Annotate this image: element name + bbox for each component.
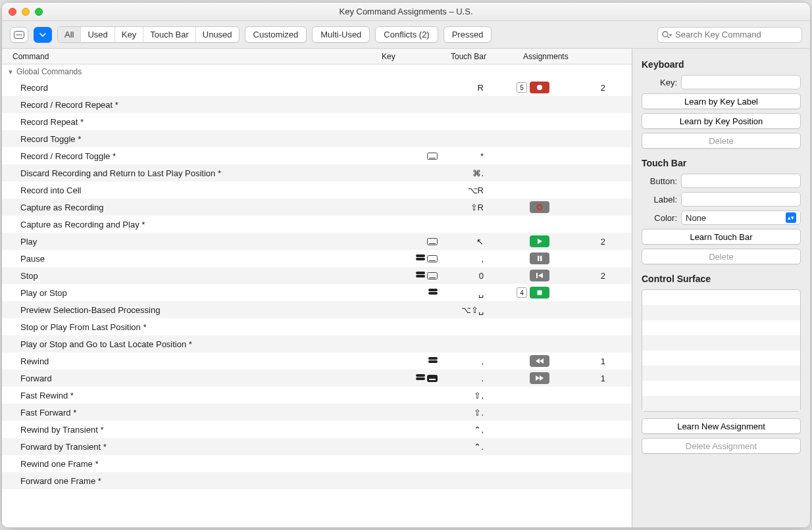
- table-row[interactable]: Capture as Recording and Play *: [2, 216, 632, 233]
- command-name: Record Repeat *: [20, 117, 381, 127]
- table-row[interactable]: Preview Selection-Based Processing⌥⇧␣: [2, 301, 632, 318]
- command-name: Play: [20, 237, 381, 247]
- group-header[interactable]: ▼ Global Commands: [2, 64, 632, 79]
- table-row[interactable]: Forward by Transient *⌃.: [2, 438, 632, 455]
- key-modifier-icons: [381, 254, 443, 262]
- table-row[interactable]: Stop02: [2, 267, 632, 284]
- table-row[interactable]: Pause,: [2, 250, 632, 267]
- disclosure-triangle-icon[interactable]: ▼: [7, 68, 14, 76]
- table-row[interactable]: Stop or Play From Last Position *: [2, 318, 632, 335]
- customized-button[interactable]: Customized: [245, 26, 307, 43]
- table-row[interactable]: Capture as Recording⇧R: [2, 199, 632, 216]
- key-shortcut: ␣: [443, 288, 489, 298]
- button-field-label: Button:: [642, 176, 677, 186]
- command-name: Forward: [20, 373, 381, 383]
- touchbar-label-input[interactable]: [681, 192, 801, 206]
- key-shortcut: ⇧R: [443, 203, 489, 212]
- delete-assignment-button[interactable]: Delete Assignment: [642, 438, 801, 454]
- table-row[interactable]: Record Toggle *: [2, 130, 632, 147]
- touch-bar-rewind-icon: [530, 355, 549, 367]
- key-modifier-icons: [381, 357, 443, 365]
- table-row[interactable]: Play↖2: [2, 233, 632, 250]
- table-row[interactable]: Forward one Frame *: [2, 472, 632, 489]
- command-list[interactable]: ▼ Global Commands RecordR52Record / Reco…: [2, 64, 632, 527]
- command-name: Capture as Recording: [20, 203, 381, 212]
- svg-rect-10: [536, 273, 538, 278]
- touch-bar-cell: [489, 355, 561, 367]
- key-shortcut: *: [443, 151, 489, 161]
- options-menu-button[interactable]: [10, 27, 28, 43]
- table-row[interactable]: Record / Record Toggle **: [2, 147, 632, 164]
- command-name: Preview Selection-Based Processing: [20, 305, 381, 315]
- learn-by-key-label-button[interactable]: Learn by Key Label: [642, 93, 801, 109]
- control-surface-section-title: Control Surface: [642, 274, 801, 284]
- touch-bar-slot-badge: 4: [517, 287, 527, 298]
- conflicts-button[interactable]: Conflicts (2): [375, 26, 438, 43]
- table-row[interactable]: Discard Recording and Return to Last Pla…: [2, 164, 632, 181]
- touch-bar-rec-icon: [530, 82, 549, 93]
- command-name: Forward by Transient *: [20, 442, 381, 452]
- window-title: Key Command Assignments – U.S.: [2, 7, 810, 16]
- select-stepper-icon: ▴▾: [786, 212, 796, 223]
- touch-bar-cell: [489, 201, 561, 213]
- toolbar: All Used Key Touch Bar Unused Customized…: [2, 21, 810, 49]
- key-shortcut: ⇧,: [443, 391, 489, 400]
- header-command[interactable]: Command: [10, 52, 382, 61]
- keyboard-delete-button[interactable]: Delete: [642, 133, 801, 149]
- filter-unused[interactable]: Unused: [196, 27, 239, 42]
- svg-point-2: [18, 34, 20, 36]
- window-zoom-button[interactable]: [35, 8, 43, 16]
- ellipsis-icon: [14, 31, 24, 39]
- touch-bar-stop-prev-icon: [530, 270, 549, 281]
- touchbar-color-value: None: [686, 213, 706, 223]
- learn-new-assignment-button[interactable]: Learn New Assignment: [642, 418, 801, 434]
- key-shortcut: ,: [443, 356, 489, 366]
- touch-bar-cell: 5: [489, 82, 561, 93]
- color-field-label: Color:: [642, 213, 677, 223]
- search-input[interactable]: [657, 27, 802, 43]
- learn-touch-bar-button[interactable]: Learn Touch Bar: [642, 229, 801, 245]
- touchbar-button-input[interactable]: [681, 174, 801, 188]
- table-row[interactable]: Rewind by Transient *⌃,: [2, 421, 632, 438]
- command-name: Fast Rewind *: [20, 391, 381, 400]
- filter-key[interactable]: Key: [115, 27, 143, 42]
- filter-used[interactable]: Used: [81, 27, 114, 42]
- search-field[interactable]: ▾: [657, 27, 802, 43]
- table-row[interactable]: RecordR52: [2, 79, 632, 96]
- table-row[interactable]: Play or Stop␣4: [2, 284, 632, 301]
- key-input[interactable]: [681, 75, 801, 89]
- table-row[interactable]: Record Repeat *: [2, 113, 632, 130]
- header-touch-bar[interactable]: Touch Bar: [451, 52, 523, 61]
- filter-all[interactable]: All: [58, 27, 81, 42]
- table-row[interactable]: Fast Rewind *⇧,: [2, 387, 632, 404]
- window-minimize-button[interactable]: [22, 8, 30, 16]
- touchbar-delete-button[interactable]: Delete: [642, 249, 801, 264]
- table-row[interactable]: Record into Cell⌥R: [2, 181, 632, 199]
- table-row[interactable]: Play or Stop and Go to Last Locate Posit…: [2, 335, 632, 352]
- filter-touch-bar[interactable]: Touch Bar: [143, 27, 196, 42]
- table-header: Command Key Touch Bar Assignments: [2, 49, 632, 64]
- touch-bar-rec-ring-icon: [530, 201, 549, 213]
- touchbar-color-select[interactable]: None ▴▾: [681, 210, 801, 225]
- key-modifier-icons: [381, 289, 443, 297]
- chevron-down-icon: [39, 33, 46, 37]
- assignments-count: 1: [561, 356, 624, 366]
- table-row[interactable]: Rewind,1: [2, 352, 632, 370]
- key-shortcut: .: [443, 373, 489, 383]
- search-menu-chevron-icon[interactable]: ▾: [669, 32, 672, 38]
- table-row[interactable]: Forward.1: [2, 370, 632, 387]
- table-row[interactable]: Fast Forward *⇧.: [2, 404, 632, 421]
- header-key[interactable]: Key: [382, 52, 451, 61]
- window-close-button[interactable]: [9, 8, 16, 16]
- table-row[interactable]: Rewind one Frame *: [2, 455, 632, 472]
- learn-by-key-position-button[interactable]: Learn by Key Position: [642, 113, 801, 129]
- multi-used-button[interactable]: Multi-Used: [312, 26, 370, 43]
- svg-point-6: [537, 85, 542, 90]
- key-shortcut: ⌥⇧␣: [443, 305, 489, 315]
- control-surface-list[interactable]: [642, 289, 801, 412]
- header-assignments[interactable]: Assignments: [523, 52, 624, 61]
- dropdown-toggle-button[interactable]: [34, 27, 52, 43]
- label-field-label: Label:: [642, 195, 677, 205]
- pressed-button[interactable]: Pressed: [444, 26, 492, 43]
- table-row[interactable]: Record / Record Repeat *: [2, 96, 632, 113]
